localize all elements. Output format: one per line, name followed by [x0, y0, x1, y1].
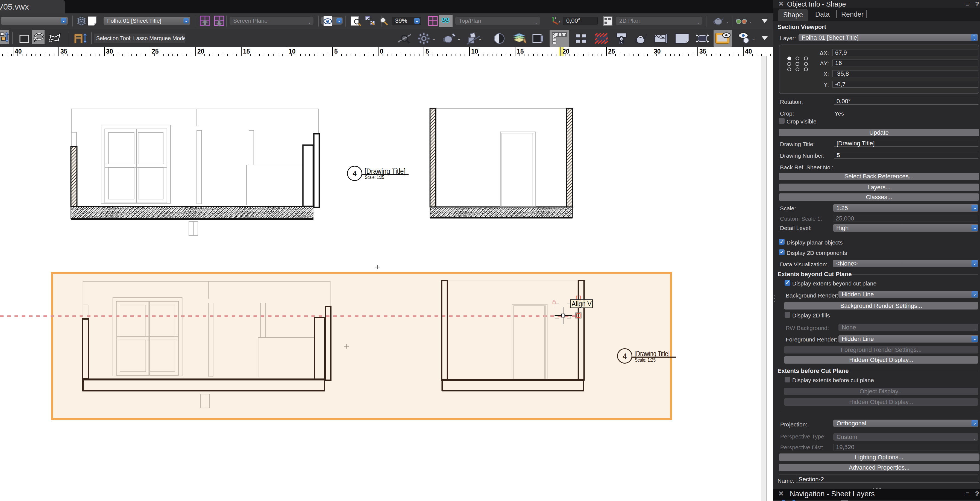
svg-text:[Drawing Title]: [Drawing Title]	[635, 350, 670, 358]
svg-text:[Drawing Title]: [Drawing Title]	[364, 167, 406, 175]
svg-text:X: X	[558, 20, 560, 24]
svg-text:4: 4	[353, 169, 356, 178]
svg-text:Y: Y	[555, 16, 557, 19]
svg-text:Scale: 1:25: Scale: 1:25	[635, 357, 655, 363]
svg-text:Align V: Align V	[572, 300, 592, 308]
svg-text:Scale: 1:25: Scale: 1:25	[365, 175, 384, 180]
svg-text:4: 4	[622, 352, 627, 360]
